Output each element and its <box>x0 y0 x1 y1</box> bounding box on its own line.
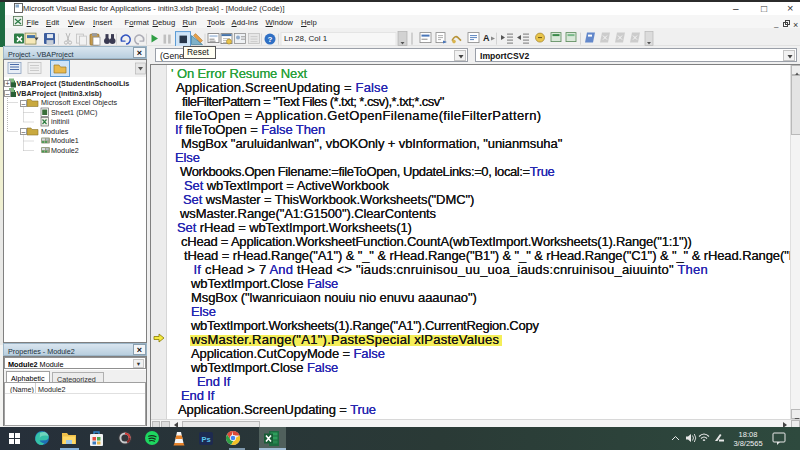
svg-text:A: A <box>483 33 490 43</box>
svg-text:Ps: Ps <box>201 435 210 444</box>
svg-text:?: ? <box>268 35 273 44</box>
svg-text:18:08: 18:08 <box>739 430 758 439</box>
svg-text:3/8/2565: 3/8/2565 <box>733 439 762 448</box>
